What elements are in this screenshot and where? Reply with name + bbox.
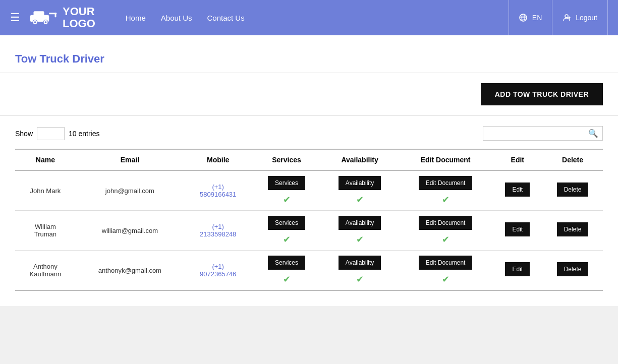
driver-services-cell: Services ✔ <box>252 170 321 211</box>
logo: YOUR LOGO <box>28 6 95 30</box>
edit-document-check-icon: ✔ <box>442 274 450 285</box>
table-section: Show 10 10 entries 🔍 Name Email Mobile S… <box>0 116 618 306</box>
col-mobile: Mobile <box>184 149 252 170</box>
nav-links: Home About Us Contact Us <box>126 14 509 22</box>
table-row: John Mark john@gmail.com (+1)5809166431 … <box>15 170 603 211</box>
services-check-icon: ✔ <box>283 274 291 285</box>
table-controls: Show 10 10 entries 🔍 <box>15 126 603 141</box>
driver-name: John Mark <box>15 170 76 211</box>
availability-check-icon: ✔ <box>356 234 364 245</box>
col-services: Services <box>252 149 321 170</box>
drivers-table: Name Email Mobile Services Availability … <box>15 149 603 291</box>
edit-document-button[interactable]: Edit Document <box>419 216 473 230</box>
services-button[interactable]: Services <box>268 216 305 230</box>
logo-icon <box>28 6 59 30</box>
table-header-row: Name Email Mobile Services Availability … <box>15 149 603 170</box>
availability-check-icon: ✔ <box>356 274 364 285</box>
table-row: AnthonyKauffmann anthonyk@gmail.com (+1)… <box>15 251 603 291</box>
delete-button[interactable]: Delete <box>557 183 589 197</box>
svg-rect-3 <box>55 13 57 17</box>
availability-button[interactable]: Availability <box>339 216 381 230</box>
nav-about[interactable]: About Us <box>161 14 192 22</box>
logout-label: Logout <box>576 14 597 22</box>
driver-edit-cell: Edit <box>493 170 543 211</box>
table-row: WilliamTruman william@gmail.com (+1)2133… <box>15 211 603 251</box>
delete-button[interactable]: Delete <box>557 222 589 236</box>
show-label: Show <box>15 130 33 138</box>
driver-delete-cell: Delete <box>542 170 603 211</box>
edit-button[interactable]: Edit <box>505 262 530 276</box>
driver-services-cell: Services ✔ <box>252 211 321 251</box>
search-icon[interactable]: 🔍 <box>588 129 598 138</box>
driver-delete-cell: Delete <box>542 251 603 291</box>
svg-point-13 <box>565 15 568 18</box>
nav-contact[interactable]: Contact Us <box>207 14 245 22</box>
availability-button[interactable]: Availability <box>339 176 381 190</box>
col-edit-document: Edit Document <box>399 149 493 170</box>
delete-button[interactable]: Delete <box>557 262 589 276</box>
toolbar: ADD TOW TRUCK DRIVER <box>15 73 603 115</box>
services-button[interactable]: Services <box>268 176 305 190</box>
driver-services-cell: Services ✔ <box>252 251 321 291</box>
driver-mobile: (+1)9072365746 <box>184 251 252 291</box>
page-header: Tow Truck Driver ADD TOW TRUCK DRIVER <box>0 35 618 116</box>
driver-edit-cell: Edit <box>493 211 543 251</box>
driver-edit-cell: Edit <box>493 251 543 291</box>
driver-edit-document-cell: Edit Document ✔ <box>399 170 493 211</box>
driver-name: AnthonyKauffmann <box>15 251 76 291</box>
globe-icon <box>519 14 527 22</box>
logo-text: YOUR LOGO <box>63 6 95 30</box>
entries-text: 10 entries <box>69 130 99 138</box>
language-selector[interactable]: EN <box>509 0 552 35</box>
driver-availability-cell: Availability ✔ <box>321 170 399 211</box>
edit-document-check-icon: ✔ <box>442 194 450 205</box>
edit-button[interactable]: Edit <box>505 222 530 236</box>
driver-delete-cell: Delete <box>542 211 603 251</box>
show-entries-control: Show 10 10 entries <box>15 127 100 140</box>
edit-document-button[interactable]: Edit Document <box>419 176 473 190</box>
svg-rect-1 <box>34 11 44 17</box>
availability-button[interactable]: Availability <box>339 256 381 270</box>
driver-edit-document-cell: Edit Document ✔ <box>399 211 493 251</box>
search-box: 🔍 <box>483 126 603 141</box>
services-button[interactable]: Services <box>268 256 305 270</box>
col-email: Email <box>76 149 184 170</box>
col-name: Name <box>15 149 76 170</box>
edit-document-button[interactable]: Edit Document <box>419 256 473 270</box>
driver-mobile: (+1)2133598248 <box>184 211 252 251</box>
edit-document-check-icon: ✔ <box>442 234 450 245</box>
svg-point-6 <box>34 21 36 23</box>
driver-availability-cell: Availability ✔ <box>321 251 399 291</box>
services-check-icon: ✔ <box>283 194 291 205</box>
entries-count-input[interactable]: 10 <box>37 127 65 140</box>
hamburger-icon[interactable]: ☰ <box>10 11 20 24</box>
col-edit: Edit <box>493 149 543 170</box>
col-delete: Delete <box>542 149 603 170</box>
navbar-right: EN Logout <box>509 0 608 35</box>
col-availability: Availability <box>321 149 399 170</box>
driver-email: william@gmail.com <box>76 211 184 251</box>
nav-home[interactable]: Home <box>126 14 146 22</box>
svg-point-7 <box>45 21 47 23</box>
search-input[interactable] <box>487 130 588 138</box>
driver-email: anthonyk@gmail.com <box>76 251 184 291</box>
driver-email: john@gmail.com <box>76 170 184 211</box>
driver-name: WilliamTruman <box>15 211 76 251</box>
driver-mobile: (+1)5809166431 <box>184 170 252 211</box>
logout-icon <box>563 14 571 22</box>
page-title: Tow Truck Driver <box>15 45 603 73</box>
logout-button[interactable]: Logout <box>552 0 608 35</box>
services-check-icon: ✔ <box>283 234 291 245</box>
navbar: ☰ YOUR LOGO Home About Us C <box>0 0 618 35</box>
add-tow-truck-driver-button[interactable]: ADD TOW TRUCK DRIVER <box>481 83 603 105</box>
edit-button[interactable]: Edit <box>505 183 530 197</box>
lang-label: EN <box>532 14 542 22</box>
availability-check-icon: ✔ <box>356 194 364 205</box>
driver-edit-document-cell: Edit Document ✔ <box>399 251 493 291</box>
driver-availability-cell: Availability ✔ <box>321 211 399 251</box>
